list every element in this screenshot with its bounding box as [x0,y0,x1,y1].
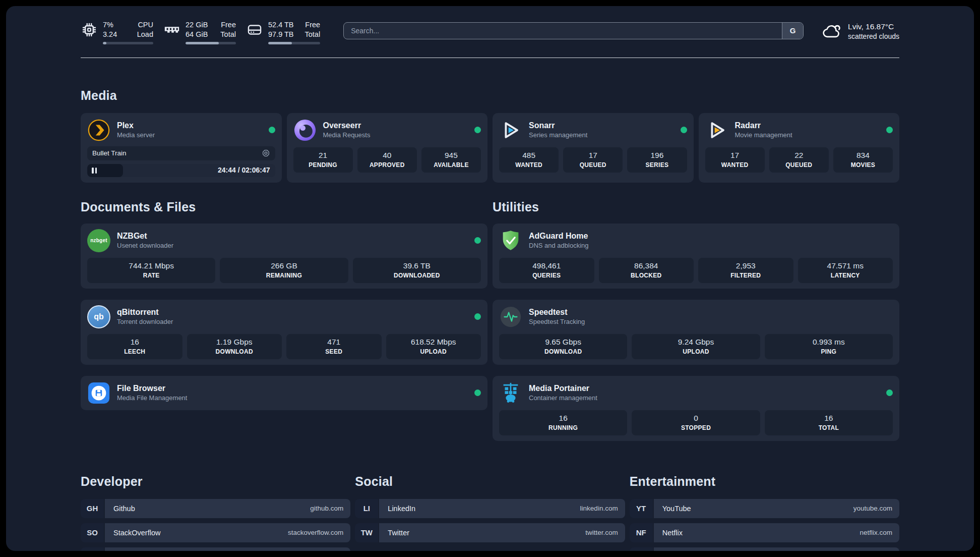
app-card-speedtest[interactable]: Speedtest Speedtest Tracking 9.65 GbpsDO… [493,300,899,365]
ram-total-label: Total [220,30,236,39]
bookmark-name: Twitter [388,529,409,537]
nzbget-icon: nzbget [87,229,110,252]
search-bar[interactable]: G [343,22,804,39]
utilities-column: Utilities AdGuard Home DNS and adblockin… [493,200,899,441]
bookmark-netflix[interactable]: NF Netflixnetflix.com [630,523,899,542]
stat-approved: 40APPROVED [357,147,417,173]
app-card-radarr[interactable]: Radarr Movie management 17WANTED 22QUEUE… [699,113,900,183]
app-name: NZBGet [117,231,173,241]
app-description: Container management [529,394,597,402]
stat-stopped: 0STOPPED [632,410,760,435]
weather-condition: scattered clouds [848,32,899,40]
cpu-load-value: 3.24 [103,30,117,39]
portainer-icon [499,381,522,405]
app-description: Usenet downloader [117,242,173,250]
stat-remaining: 266 GBREMAINING [220,258,348,283]
bookmark-url: stackoverflow.com [288,529,343,536]
cpu-widget: 7%CPU 3.24Load [81,20,153,44]
disk-free-label: Free [305,20,320,30]
bookmark-name: Github [113,505,135,513]
gear-icon[interactable] [262,149,270,157]
bookmark-tag: YT [630,499,653,518]
app-description: Media Requests [323,131,371,139]
section-title-developer: Developer [81,474,350,489]
stat-seed: 471SEED [286,334,382,359]
section-title-entertainment: Entertainment [630,474,899,489]
app-name: Speedtest [529,307,585,317]
bookmark-stackoverflow[interactable]: SO StackOverflowstackoverflow.com [81,523,350,542]
bookmark-tag: NF [630,523,653,542]
bookmark-tag: LI [355,499,378,518]
plex-icon [87,119,110,142]
bookmark-dev[interactable]: DT DEVdev.to [81,547,350,551]
app-description: Media server [117,131,155,139]
section-title-utilities: Utilities [493,200,899,214]
app-name: qBittorrent [117,307,173,317]
stat-download: 1.19 GbpsDOWNLOAD [187,334,282,359]
bookmark-reddit[interactable]: RE Redditreddit.com [630,547,899,551]
ram-progress-bar [186,42,236,44]
app-card-overseerr[interactable]: Overseerr Media Requests 21PENDING 40APP… [287,113,488,183]
disk-free-value: 52.4 TB [268,20,294,30]
status-indicator [886,389,893,396]
app-card-filebrowser[interactable]: File Browser Media File Management [81,376,487,410]
status-indicator [474,313,481,320]
bookmark-tag: DT [81,547,104,551]
app-card-portainer[interactable]: Media Portainer Container management 16R… [493,376,899,441]
status-indicator [474,389,481,396]
weather-widget: Lviv, 16.87°C scattered clouds [822,21,899,41]
stat-upload: 618.52 MbpsUPLOAD [386,334,481,359]
app-description: Series management [529,131,587,139]
bookmark-linkedin[interactable]: LI LinkedInlinkedin.com [355,499,625,518]
sonarr-icon [499,119,522,142]
stat-queued: 17QUEUED [563,147,623,173]
pause-icon [92,168,97,174]
stat-series: 196SERIES [627,147,687,173]
app-card-qbittorrent[interactable]: qb qBittorrent Torrent downloader 16LEEC… [81,300,487,365]
app-description: Movie management [735,131,792,139]
app-card-sonarr[interactable]: Sonarr Series management 485WANTED 17QUE… [493,113,694,183]
app-description: Speedtest Tracking [529,318,585,326]
stat-rate: 744.21 MbpsRATE [87,258,215,283]
adguard-icon [499,229,522,252]
media-grid: Plex Media server Bullet Train 24:44 / 0… [81,113,899,183]
bookmark-name: YouTube [662,505,691,513]
bookmark-name: StackOverflow [113,529,160,537]
ram-progress-fill [186,42,219,44]
bookmark-twitter[interactable]: TW Twittertwitter.com [355,523,625,542]
speedtest-icon [499,305,522,328]
documents-column: Documents & Files nzbget NZBGet Usenet d… [81,200,487,441]
bookmark-url: linkedin.com [580,505,618,512]
stat-download: 9.65 GbpsDOWNLOAD [499,334,627,359]
bookmark-youtube[interactable]: YT YouTubeyoutube.com [630,499,899,518]
disk-progress-fill [268,42,292,44]
now-playing-row: Bullet Train [87,146,275,160]
search-engine-button[interactable]: G [782,23,803,39]
status-indicator [886,127,893,133]
app-card-adguard[interactable]: AdGuard Home DNS and adblocking 498,461Q… [493,224,899,289]
cpu-load-label: Load [137,30,153,39]
stat-ping: 0.993 msPING [765,334,893,359]
now-playing-title: Bullet Train [92,149,127,157]
stat-available: 945AVAILABLE [421,147,481,173]
disk-total-value: 97.9 TB [268,30,294,39]
section-title-media: Media [81,88,899,103]
weather-location-temp: Lviv, 16.87°C [848,22,899,31]
bookmark-github[interactable]: GH Githubgithub.com [81,499,350,518]
app-name: Sonarr [529,121,587,131]
disk-progress-bar [268,42,320,44]
playback-progress-bar[interactable]: 24:44 / 02:06:47 [87,164,275,177]
ram-free-value: 22 GiB [186,20,208,30]
bookmark-name: LinkedIn [388,505,415,513]
bookmark-name: Netflix [662,529,683,537]
memory-widget: 22 GiBFree 64 GiBTotal [163,20,236,44]
bookmark-url: youtube.com [853,505,892,512]
bookmark-url: netflix.com [860,529,892,536]
app-name: Plex [117,121,155,131]
stat-queued: 22QUEUED [769,147,829,173]
app-card-plex[interactable]: Plex Media server Bullet Train 24:44 / 0… [81,113,282,183]
search-input[interactable] [344,23,782,39]
app-card-nzbget[interactable]: nzbget NZBGet Usenet downloader 744.21 M… [81,224,487,289]
app-name: AdGuard Home [529,231,589,241]
header-divider [81,58,899,58]
